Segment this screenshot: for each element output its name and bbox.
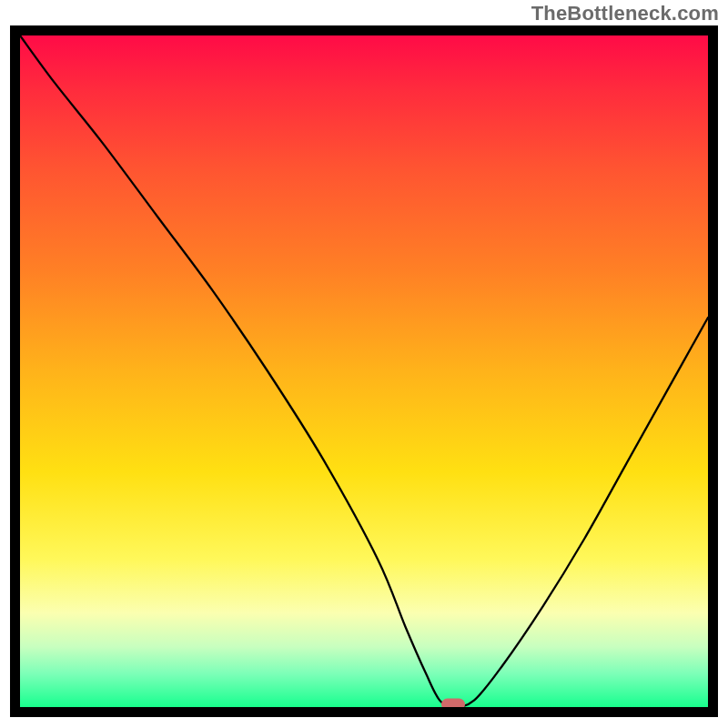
plot-area bbox=[20, 35, 708, 707]
bottleneck-curve bbox=[20, 35, 708, 707]
plot-frame bbox=[10, 25, 718, 717]
watermark-text: TheBottleneck.com bbox=[531, 2, 719, 25]
optimal-marker bbox=[441, 699, 465, 708]
chart-container: TheBottleneck.com bbox=[0, 0, 728, 728]
